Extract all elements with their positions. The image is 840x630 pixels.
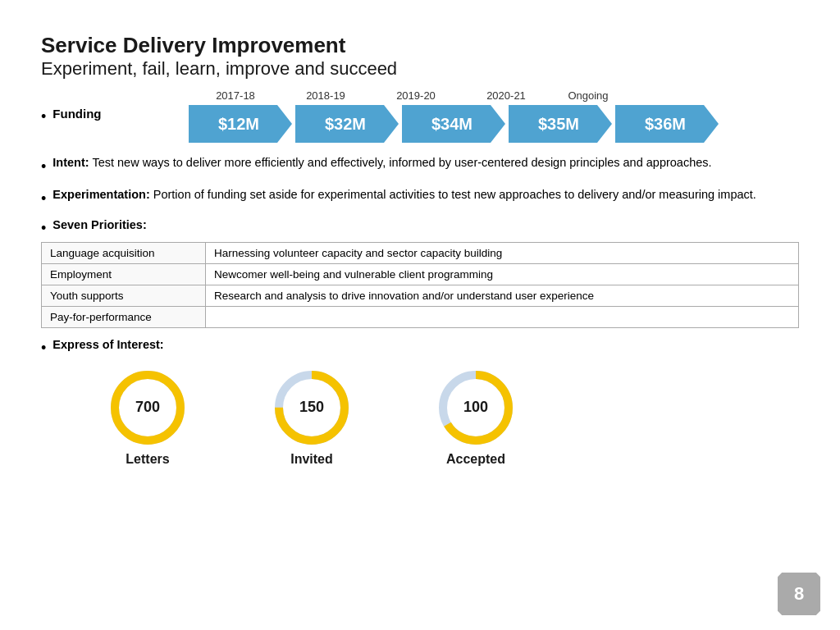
year-2017: 2017-18 (190, 89, 281, 102)
table-row: Pay-for-performance (42, 307, 799, 328)
exp-bullet: • (41, 188, 46, 210)
priority-cell: Research and analysis to drive innovatio… (206, 285, 799, 307)
priorities-table: Language acquisition Harnessing voluntee… (41, 242, 799, 328)
donut-text-invited: 150 (299, 399, 324, 416)
circle-accepted: 100 Accepted (394, 367, 558, 467)
priority-cell: Employment (42, 264, 206, 285)
express-title: Express of Interest: (52, 338, 163, 351)
circle-letters: 700 Letters (66, 367, 230, 467)
year-2020: 2020-21 (461, 89, 551, 102)
caption-letters: Letters (126, 452, 169, 467)
funding-label-col: • Funding (41, 107, 189, 126)
slide: Service Delivery Improvement Experiment,… (0, 0, 840, 630)
priorities-title: Seven Priorities: (52, 218, 146, 231)
arrow-row: $12M $32M $34M $35M $36M (189, 105, 799, 143)
year-2019: 2019-20 (371, 89, 461, 102)
intent-body: Test new ways to deliver more efficientl… (89, 156, 712, 169)
priority-cell: Pay-for-performance (42, 307, 206, 328)
funding-years-col: 2017-18 2018-19 2019-20 2020-21 Ongoing … (189, 89, 799, 143)
circle-invited: 150 Invited (230, 367, 394, 467)
table-row: Language acquisition Harnessing voluntee… (42, 243, 799, 264)
circles-row: 700 Letters 150 Invited 100 (66, 367, 799, 467)
intent-text: Intent: Test new ways to deliver more ef… (52, 154, 711, 172)
priority-cell: Language acquisition (42, 243, 206, 264)
donut-accepted: 100 (435, 367, 517, 449)
amount-36m: $36M (615, 105, 704, 143)
priority-cell (206, 307, 799, 328)
intent-bullet: • (41, 156, 46, 178)
intent-block: • Intent: Test new ways to deliver more … (41, 154, 799, 178)
funding-label: Funding (52, 107, 101, 121)
express-label: • Express of Interest: (41, 338, 799, 357)
amount-34m: $34M (402, 105, 491, 143)
amount-35m: $35M (509, 105, 597, 143)
express-bullet: • (41, 340, 46, 357)
donut-letters: 700 (107, 367, 189, 449)
funding-bullet: • (41, 108, 46, 126)
priority-cell: Harnessing volunteer capacity and sector… (206, 243, 799, 264)
exp-bold: Experimentation: (52, 188, 149, 201)
exp-text: Experimentation: Portion of funding set … (52, 186, 756, 204)
caption-accepted: Accepted (446, 452, 505, 467)
priority-cell: Newcomer well-being and vulnerable clien… (206, 264, 799, 285)
slide-title: Service Delivery Improvement (41, 33, 799, 58)
experimentation-block: • Experimentation: Portion of funding se… (41, 186, 799, 210)
table-row: Youth supports Research and analysis to … (42, 285, 799, 307)
year-2018: 2018-19 (281, 89, 371, 102)
donut-text-accepted: 100 (463, 399, 488, 416)
priorities-label: • Seven Priorities: (41, 218, 799, 237)
priority-cell: Youth supports (42, 285, 206, 307)
donut-text-letters: 700 (135, 399, 160, 416)
caption-invited: Invited (290, 452, 333, 467)
page-number: 8 (778, 573, 820, 615)
slide-subtitle: Experiment, fail, learn, improve and suc… (41, 58, 799, 80)
year-labels: 2017-18 2018-19 2019-20 2020-21 Ongoing (190, 89, 799, 102)
intent-bold: Intent: (52, 156, 89, 169)
year-ongoing: Ongoing (551, 89, 625, 102)
donut-invited: 150 (271, 367, 353, 449)
funding-section: • Funding 2017-18 2018-19 2019-20 2020-2… (41, 89, 799, 143)
exp-body: Portion of funding set aside for experim… (150, 188, 756, 201)
priorities-bullet: • (41, 220, 46, 237)
amount-32m: $32M (295, 105, 384, 143)
amount-12m: $12M (189, 105, 277, 143)
table-row: Employment Newcomer well-being and vulne… (42, 264, 799, 285)
